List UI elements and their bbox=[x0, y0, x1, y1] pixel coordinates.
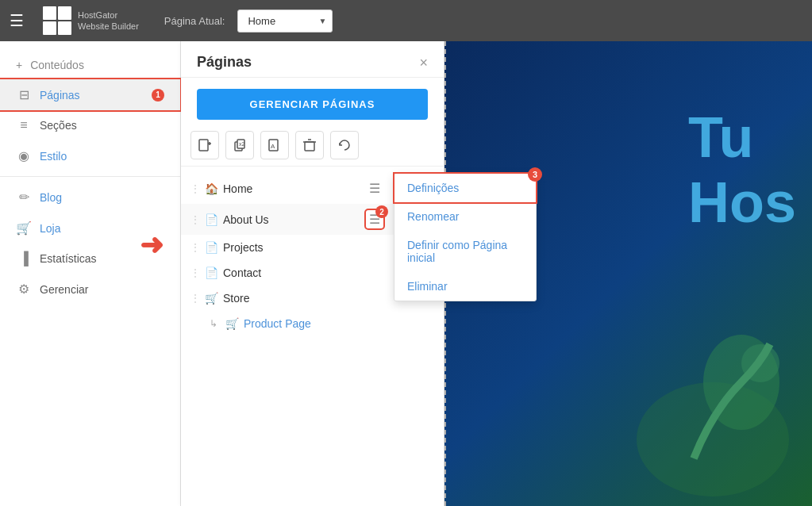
close-panel-button[interactable]: × bbox=[419, 56, 428, 70]
drag-handle-home: ⋮ bbox=[190, 183, 200, 194]
gator-decoration bbox=[614, 268, 812, 506]
store-page-icon: 🛒 bbox=[205, 292, 218, 305]
undo-button[interactable] bbox=[330, 131, 359, 159]
delete-page-button[interactable] bbox=[295, 131, 324, 159]
sidebar-add-content[interactable]: + Conteúdos bbox=[0, 51, 180, 79]
context-renomear[interactable]: Renomear bbox=[394, 202, 536, 231]
sidebar-secoes-label: Seções bbox=[40, 119, 77, 132]
manage-icon: ⚙ bbox=[16, 282, 32, 297]
sub-arrow-icon: ↳ bbox=[210, 318, 217, 329]
hamburger-icon[interactable]: ☰ bbox=[10, 11, 24, 30]
logo: HostGator Website Builder bbox=[43, 6, 139, 35]
topbar: ☰ HostGator Website Builder Página Atual… bbox=[0, 0, 812, 41]
rename-page-button[interactable]: A bbox=[260, 131, 289, 159]
stats-icon: ▐ bbox=[16, 251, 32, 266]
sidebar-item-gerenciar[interactable]: ⚙ Gerenciar bbox=[0, 274, 180, 305]
logo-text: HostGator Website Builder bbox=[78, 10, 139, 33]
sidebar: + Conteúdos ⊟ Páginas 1 ≡ Seções ◉ Estil… bbox=[0, 41, 181, 506]
shop-icon: 🛒 bbox=[16, 220, 32, 236]
svg-text:A: A bbox=[271, 143, 275, 150]
page-actions-bar: x2 A bbox=[181, 131, 444, 167]
page-dropdown[interactable]: Home bbox=[237, 10, 333, 33]
pages-panel: ➜ Páginas × GERENCIAR PÁGINAS x2 A bbox=[181, 41, 444, 506]
sidebar-item-paginas[interactable]: ⊟ Páginas 1 bbox=[0, 79, 180, 110]
sidebar-gerenciar-label: Gerenciar bbox=[40, 283, 88, 296]
sidebar-item-estilo[interactable]: ◉ Estilo bbox=[0, 140, 180, 171]
sidebar-divider bbox=[0, 176, 180, 177]
sections-icon: ≡ bbox=[16, 118, 32, 132]
sidebar-item-loja[interactable]: 🛒 Loja bbox=[0, 213, 180, 243]
sidebar-estilo-label: Estilo bbox=[40, 150, 67, 163]
style-icon: ◉ bbox=[16, 148, 32, 163]
sidebar-item-secoes[interactable]: ≡ Seções bbox=[0, 110, 180, 140]
context-definir-pagina[interactable]: Definir como Página inicial bbox=[394, 231, 536, 272]
page-item-product[interactable]: ↳ 🛒 Product Page bbox=[181, 311, 444, 336]
sidebar-item-estatisticas[interactable]: ▐ Estatísticas bbox=[0, 243, 180, 274]
context-eliminar[interactable]: Eliminar bbox=[394, 272, 536, 301]
pages-icon: ⊟ bbox=[16, 87, 32, 102]
sidebar-estatisticas-label: Estatísticas bbox=[40, 252, 97, 265]
sidebar-badge-1: 1 bbox=[152, 89, 164, 102]
badge-2: 2 bbox=[375, 205, 388, 218]
plus-icon: + bbox=[16, 59, 22, 71]
gerenciar-paginas-button[interactable]: GERENCIAR PÁGINAS bbox=[197, 89, 428, 120]
page-dropdown-wrapper: Home bbox=[237, 10, 333, 33]
blog-icon: ✏ bbox=[16, 190, 32, 205]
context-definicoes[interactable]: Definições 3 bbox=[394, 174, 536, 202]
product-page-icon: 🛒 bbox=[225, 317, 239, 330]
page-label: Página Atual: bbox=[164, 15, 225, 27]
sidebar-paginas-label: Páginas bbox=[40, 89, 80, 102]
pages-panel-header: Páginas × bbox=[181, 41, 444, 78]
about-page-icon: 📄 bbox=[205, 213, 218, 226]
badge-3: 3 bbox=[528, 167, 542, 182]
logo-icon bbox=[43, 6, 71, 35]
add-page-button[interactable] bbox=[190, 131, 219, 159]
pages-panel-title: Páginas bbox=[197, 54, 252, 71]
sidebar-item-blog[interactable]: ✏ Blog bbox=[0, 182, 180, 213]
sidebar-loja-label: Loja bbox=[40, 222, 60, 235]
projects-page-icon: 📄 bbox=[205, 241, 218, 254]
content-text: Tu Hos bbox=[688, 105, 796, 235]
add-content-label: Conteúdos bbox=[30, 59, 84, 71]
home-page-icon: 🏠 bbox=[205, 182, 218, 195]
contact-page-icon: 📄 bbox=[205, 266, 218, 279]
context-menu: Definições 3 Renomear Definir como Págin… bbox=[394, 173, 537, 301]
svg-rect-8 bbox=[305, 142, 314, 151]
main-layout: + Conteúdos ⊟ Páginas 1 ≡ Seções ◉ Estil… bbox=[0, 41, 812, 506]
duplicate-page-button[interactable]: x2 bbox=[225, 131, 254, 159]
svg-text:x2: x2 bbox=[239, 141, 245, 147]
about-menu-btn[interactable]: ☰ 2 bbox=[366, 210, 383, 228]
sidebar-blog-label: Blog bbox=[40, 191, 62, 204]
drag-handle-about: ⋮ bbox=[190, 214, 200, 225]
drag-handle-contact: ⋮ bbox=[190, 267, 200, 278]
drag-handle-projects: ⋮ bbox=[190, 242, 200, 253]
home-page-name: Home bbox=[223, 182, 361, 195]
home-menu-btn[interactable]: ☰ bbox=[366, 179, 383, 197]
drag-handle-store: ⋮ bbox=[190, 293, 200, 304]
svg-rect-0 bbox=[199, 140, 208, 151]
pages-list: ⋮ 🏠 Home ☰ 🖥 📱 ⋮ 📄 About Us ☰ 2 bbox=[181, 167, 444, 343]
product-page-name: Product Page bbox=[244, 317, 434, 330]
about-page-name: About Us bbox=[223, 213, 361, 226]
